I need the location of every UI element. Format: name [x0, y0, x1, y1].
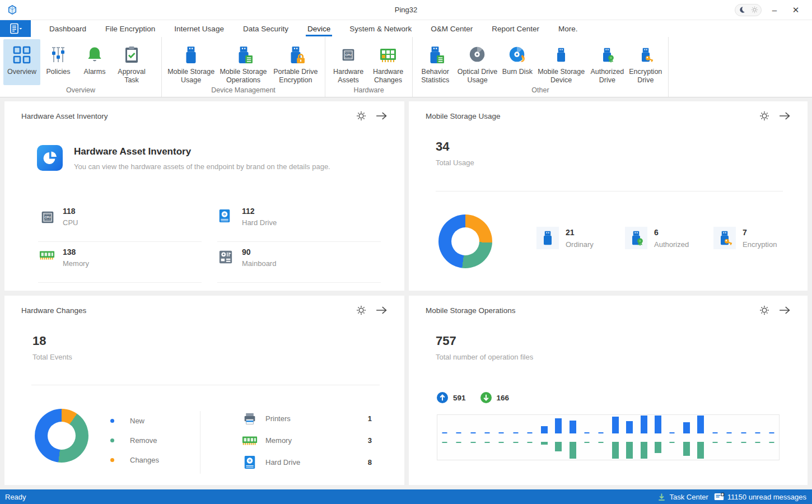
memory-green-icon — [242, 435, 258, 446]
upload-bar — [755, 432, 760, 433]
menu-tab-more[interactable]: More. — [549, 20, 587, 37]
open-details-arrow-icon[interactable] — [778, 306, 791, 315]
open-details-arrow-icon[interactable] — [375, 306, 388, 315]
hero-description: You can view the hardware assets of the … — [74, 162, 330, 171]
stat-value: 138 — [63, 248, 76, 256]
usb-authorized-icon — [625, 227, 647, 249]
ribbon-button-label: Encryption Drive — [628, 68, 663, 85]
harddrive-icon — [242, 455, 258, 469]
settings-gear-icon[interactable] — [759, 111, 769, 121]
legend-dot — [110, 438, 114, 442]
ribbon-button-label: Optical Drive Usage — [456, 68, 498, 85]
device-label: Hard Drive — [265, 458, 300, 466]
ribbon-group-label: Device Management — [162, 85, 325, 97]
ribbon-button-overview[interactable]: Overview — [3, 39, 40, 85]
upload-bar — [769, 432, 774, 433]
stat-memory: 138Memory — [38, 242, 202, 283]
ribbon-button-alarms[interactable]: Alarms — [76, 39, 113, 85]
menu-tab-report-center[interactable]: Report Center — [482, 20, 549, 37]
bar-column — [566, 415, 580, 460]
stat-label: Mainboard — [242, 259, 276, 268]
menu-tab-device[interactable]: Device — [298, 20, 340, 37]
stat-mainboard: 90Mainboard — [217, 242, 381, 283]
legend-item-changes[interactable]: Changes — [110, 450, 159, 470]
legend-item-new[interactable]: New — [110, 411, 159, 431]
download-bar — [670, 442, 675, 443]
ribbon-button-encryption-drive[interactable]: Encryption Drive — [627, 39, 665, 85]
ribbon-button-approval-task[interactable]: Approval Task — [113, 39, 150, 85]
stat-value: 112 — [242, 207, 255, 216]
app-logo-icon — [7, 5, 17, 15]
download-bar — [626, 442, 633, 459]
bar-column — [637, 415, 651, 460]
ribbon-button-label: Alarms — [84, 68, 106, 77]
download-bar — [655, 442, 661, 453]
legend-item-remove[interactable]: Remove — [110, 431, 159, 450]
ribbon-button-portable-drive-encryption[interactable]: Portable Drive Encryption — [270, 39, 321, 85]
menu-tab-internet-usage[interactable]: Internet Usage — [165, 20, 234, 37]
title-bar: Ping32 – ✕ — [0, 0, 812, 20]
theme-toggle[interactable] — [735, 4, 762, 16]
bar-column — [580, 415, 594, 460]
vertical-divider — [200, 411, 200, 474]
bar-column — [722, 415, 736, 460]
settings-gear-icon[interactable] — [356, 305, 366, 315]
ribbon-button-optical-drive-usage[interactable]: Optical Drive Usage — [454, 39, 500, 85]
bar-column — [665, 415, 679, 460]
close-button[interactable]: ✕ — [787, 3, 804, 17]
ribbon-button-mobile-storage-usage[interactable]: Mobile Storage Usage — [165, 39, 217, 85]
ribbon-group-other: Behavior Statistics Optical Drive Usage … — [413, 37, 669, 97]
upload-bar — [541, 426, 548, 433]
memory-green-grid-icon — [379, 44, 398, 66]
upload-bar — [655, 416, 661, 433]
ribbon-button-policies[interactable]: Policies — [40, 39, 76, 85]
download-bar — [499, 442, 504, 443]
total-events-label: Total Events — [32, 353, 72, 361]
settings-gear-icon[interactable] — [759, 305, 769, 315]
ribbon-button-mobile-storage-operations[interactable]: Mobile Storage Operations — [217, 39, 269, 85]
harddrive-icon — [218, 209, 235, 223]
ribbon-group-overview: OverviewPoliciesAlarmsApproval TaskOverv… — [0, 37, 162, 97]
download-bar — [741, 442, 746, 443]
download-bar — [442, 442, 447, 443]
upload-bar — [712, 432, 717, 433]
ribbon-button-mobile-storage-device[interactable]: Mobile Storage Device — [534, 39, 588, 85]
open-details-arrow-icon[interactable] — [375, 111, 388, 120]
overview-grid-icon — [12, 44, 31, 66]
ribbon-button-burn-disk[interactable]: Burn Disk — [501, 39, 535, 85]
menu-tab-o-m-center[interactable]: O&M Center — [421, 20, 482, 37]
minimize-button[interactable]: – — [766, 3, 783, 17]
usb-operations-icon — [234, 44, 253, 66]
ribbon-button-authorized-drive[interactable]: Authorized Drive — [588, 39, 626, 85]
download-bar — [755, 442, 760, 443]
menu-tab-dashboard[interactable]: Dashboard — [40, 20, 96, 37]
open-details-arrow-icon[interactable] — [778, 111, 791, 120]
bar-column — [466, 415, 480, 460]
ribbon-button-behavior-statistics[interactable]: Behavior Statistics — [416, 39, 454, 85]
bar-column — [679, 415, 693, 460]
settings-gear-icon[interactable] — [356, 111, 366, 121]
menu-tab-system-network[interactable]: System & Network — [340, 20, 421, 37]
moon-icon[interactable] — [738, 6, 745, 13]
panel-hardware-changes: Hardware Changes 18 Total Events NewRemo… — [4, 296, 404, 485]
unread-messages-button[interactable]: 11150 unread messages — [714, 493, 806, 501]
menu-tab-data-security[interactable]: Data Security — [234, 20, 298, 37]
ribbon-group-label: Overview — [0, 85, 161, 97]
ribbon-button-hardware-changes[interactable]: Hardware Changes — [368, 39, 408, 85]
ribbon-group-label: Hardware — [325, 85, 412, 97]
legend-dot — [110, 419, 114, 423]
download-bar — [712, 442, 717, 443]
menu-tab-file-encryption[interactable]: File Encryption — [96, 20, 165, 37]
usage-item-encryption: 7Encryption — [713, 227, 802, 249]
download-count: 166 — [497, 394, 510, 402]
ribbon-button-label: Hardware Changes — [370, 68, 407, 85]
file-menu-button[interactable] — [0, 20, 31, 37]
upload-bar — [442, 432, 447, 433]
memory-green-icon — [39, 250, 56, 261]
upload-bar — [641, 416, 647, 433]
task-center-button[interactable]: Task Center — [657, 493, 708, 501]
total-operations-label: Total number of operation files — [436, 353, 533, 361]
ribbon-button-hardware-assets[interactable]: CPUHardware Assets — [329, 39, 368, 85]
sun-icon[interactable] — [751, 6, 758, 13]
ribbon-button-label: Portable Drive Encryption — [272, 68, 320, 85]
